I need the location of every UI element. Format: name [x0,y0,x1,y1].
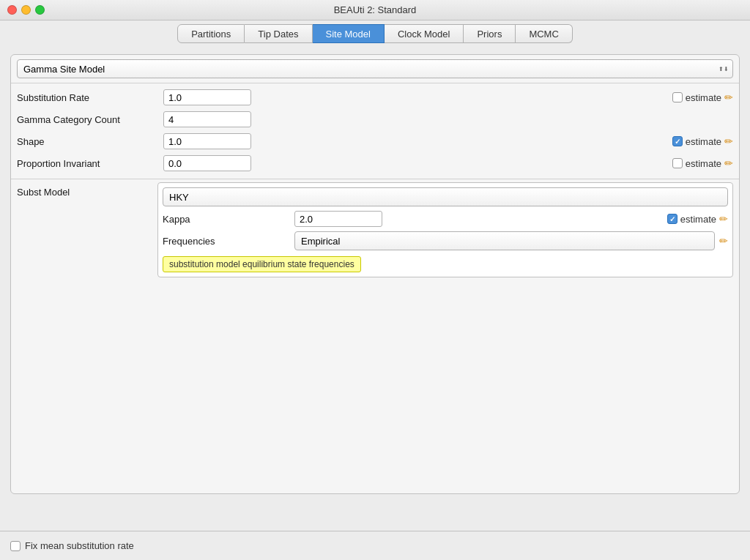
subst-model-label: Subst Model [11,182,157,283]
shape-pencil-icon[interactable]: ✏ [724,135,733,147]
hky-dropdown-row: HKY [163,187,728,206]
tab-clock-model[interactable]: Clock Model [385,24,464,43]
proportion-invariant-label: Proportion Invariant [17,158,163,169]
shape-estimate-group: estimate ✏ [672,135,733,147]
shape-row: Shape estimate ✏ [17,130,733,152]
frequencies-tooltip: substitution model equilibrium state fre… [163,256,361,272]
minimize-button[interactable] [21,5,31,15]
divider [11,179,739,179]
hky-select[interactable]: HKY [163,187,728,206]
window-title: BEAUti 2: Standard [334,4,417,15]
gamma-category-count-row: Gamma Category Count [17,108,733,130]
substitution-rate-checkbox[interactable] [672,92,683,102]
frequencies-select[interactable]: Empirical [294,231,715,250]
proportion-invariant-estimate-label: estimate [686,158,721,169]
tab-site-model[interactable]: Site Model [313,24,385,43]
kappa-label: Kappa [163,214,294,225]
frequencies-label: Frequencies [163,236,294,247]
tab-priors[interactable]: Priors [464,24,516,43]
form-section: Substitution Rate estimate ✏ Gamma Categ… [11,83,739,177]
main-content: Gamma Site Model Substitution Rate estim… [0,47,750,531]
frequencies-row: Frequencies Empirical ✏ [163,231,728,250]
substitution-rate-estimate-label: estimate [686,92,721,103]
subst-model-inner: HKY Kappa estimate ✏ [163,187,728,272]
frequencies-select-wrapper: Empirical [294,231,715,250]
tab-bar: Partitions Tip Dates Site Model Clock Mo… [0,20,750,47]
substitution-rate-input[interactable] [163,89,251,105]
proportion-invariant-row: Proportion Invariant estimate ✏ [17,152,733,174]
proportion-invariant-estimate-group: estimate ✏ [672,157,733,169]
substitution-rate-estimate-group: estimate ✏ [672,92,733,103]
gamma-category-count-label: Gamma Category Count [17,114,163,125]
shape-checkbox[interactable] [672,136,683,146]
kappa-row: Kappa estimate ✏ [163,211,728,227]
tab-mcmc[interactable]: MCMC [516,24,572,43]
shape-estimate-label: estimate [686,136,721,147]
shape-input[interactable] [163,133,251,149]
tab-partitions[interactable]: Partitions [177,24,245,43]
hky-select-wrapper: HKY [163,187,728,206]
bottom-bar: Fix mean substitution rate [0,531,750,560]
gamma-category-count-input[interactable] [163,111,251,127]
kappa-estimate-group: estimate ✏ [667,213,728,225]
maximize-button[interactable] [35,5,45,15]
kappa-checkbox[interactable] [667,214,677,224]
fix-mean-checkbox[interactable] [10,541,21,551]
substitution-rate-label: Substitution Rate [17,92,163,103]
proportion-invariant-input[interactable] [163,155,251,171]
title-bar: BEAUti 2: Standard [0,0,750,20]
frequencies-pencil-icon[interactable]: ✏ [719,235,728,247]
tooltip-container: substitution model equilibrium state fre… [163,255,728,272]
fix-checkbox-row: Fix mean substitution rate [10,540,134,551]
kappa-estimate-label: estimate [680,214,716,225]
shape-label: Shape [17,136,163,147]
proportion-invariant-pencil-icon[interactable]: ✏ [724,157,733,169]
close-button[interactable] [7,5,17,15]
site-model-panel: Gamma Site Model Substitution Rate estim… [10,54,740,494]
substitution-rate-row: Substitution Rate estimate ✏ [17,86,733,108]
kappa-pencil-icon[interactable]: ✏ [719,213,728,225]
fix-mean-label: Fix mean substitution rate [25,540,134,551]
site-model-select[interactable]: Gamma Site Model [17,59,733,78]
proportion-invariant-checkbox[interactable] [672,158,683,168]
kappa-input[interactable] [294,211,382,227]
substitution-rate-pencil-icon[interactable]: ✏ [724,92,733,103]
tab-tip-dates[interactable]: Tip Dates [245,24,312,43]
site-model-select-wrapper: Gamma Site Model [17,59,733,78]
subst-model-panel: HKY Kappa estimate ✏ [157,182,733,277]
traffic-lights [7,5,45,15]
site-model-row: Gamma Site Model [11,55,739,83]
subst-model-section: Subst Model HKY Kappa [11,182,739,283]
